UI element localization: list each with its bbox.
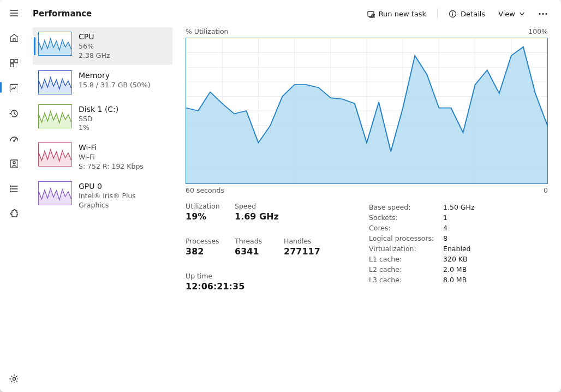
- spec-value: 8.0 MB: [443, 276, 467, 284]
- list-icon: [9, 183, 18, 193]
- nav-details[interactable]: [2, 177, 24, 199]
- nav-performance[interactable]: [2, 76, 24, 98]
- spec-value: 1.50 GHz: [443, 203, 474, 211]
- resource-thumb: [38, 142, 72, 167]
- spec-row: L2 cache:2.0 MB: [369, 264, 548, 275]
- view-button[interactable]: View: [494, 7, 529, 21]
- run-task-label: Run new task: [379, 10, 426, 18]
- performance-icon: [9, 83, 18, 92]
- puzzle-icon: [9, 209, 18, 218]
- chart-ymax: 100%: [528, 27, 548, 35]
- gear-icon: [9, 373, 18, 383]
- spec-row: Logical processors:8: [369, 233, 548, 243]
- spec-key: Base speed:: [369, 203, 443, 211]
- gauge-icon: [9, 133, 18, 142]
- resource-name: CPU: [79, 32, 110, 42]
- resource-line2: 2.38 GHz: [79, 51, 110, 61]
- resource-line2: S: 752 R: 192 Kbps: [79, 162, 144, 171]
- resource-line1: 15.8 / 31.7 GB (50%): [79, 81, 151, 90]
- stats-row: Utilization 19% Speed 1.69 GHz Processes…: [186, 202, 548, 292]
- resource-card-disk-1-c-[interactable]: Disk 1 (C:)SSD1%: [33, 100, 172, 138]
- resource-card-text: Disk 1 (C:)SSD1%: [79, 104, 118, 133]
- resource-card-wi-fi[interactable]: Wi-FiWi-FiS: 752 R: 192 Kbps: [33, 138, 172, 176]
- spec-key: Sockets:: [369, 213, 443, 222]
- chart-footer: 60 seconds 0: [186, 184, 548, 202]
- resource-card-text: Memory15.8 / 31.7 GB (50%): [79, 70, 151, 94]
- resource-name: Memory: [79, 70, 151, 81]
- performance-panel: % Utilization 100% 60 seconds 0 Utilizat…: [186, 27, 548, 381]
- spec-key: L3 cache:: [369, 276, 443, 284]
- nav-settings[interactable]: [2, 367, 24, 389]
- svg-point-7: [13, 377, 15, 380]
- resource-line1: SSD: [79, 115, 118, 124]
- info-icon: [449, 10, 457, 18]
- spec-value: 8: [443, 234, 447, 242]
- svg-rect-0: [10, 84, 18, 92]
- spec-list: Base speed:1.50 GHzSockets:1Cores:4Logic…: [369, 202, 548, 292]
- spec-key: L1 cache:: [369, 255, 443, 263]
- divider: [437, 8, 438, 19]
- run-new-task-button[interactable]: Run new task: [362, 7, 431, 21]
- more-button[interactable]: [534, 5, 552, 22]
- home-icon: [9, 33, 18, 42]
- spec-value: 1: [443, 213, 447, 222]
- stat-utilization: Utilization 19%: [186, 202, 235, 222]
- svg-point-3: [13, 162, 15, 164]
- details-button[interactable]: Details: [444, 7, 490, 21]
- more-icon: [538, 10, 548, 18]
- nav-users[interactable]: [2, 152, 24, 174]
- content: CPU56%2.38 GHzMemory15.8 / 31.7 GB (50%)…: [26, 27, 561, 392]
- user-icon: [9, 158, 18, 168]
- nav-home[interactable]: [2, 26, 24, 48]
- spec-row: Sockets:1: [369, 212, 548, 223]
- menu-button[interactable]: [2, 1, 24, 23]
- resource-card-text: Wi-FiWi-FiS: 752 R: 192 Kbps: [79, 142, 144, 171]
- resource-line1: 56%: [79, 42, 110, 51]
- chevron-down-icon: [519, 11, 525, 17]
- resource-name: Wi-Fi: [79, 142, 144, 153]
- spec-row: Cores:4: [369, 223, 548, 233]
- details-label: Details: [461, 10, 485, 18]
- stats-left: Utilization 19% Speed 1.69 GHz Processes…: [186, 202, 344, 292]
- nav-processes[interactable]: [2, 51, 24, 73]
- run-task-icon: [367, 10, 375, 18]
- stat-handles: Handles 277117: [284, 237, 333, 257]
- spec-row: L1 cache:320 KB: [369, 254, 548, 264]
- svg-point-4: [10, 186, 11, 187]
- resource-card-gpu-0[interactable]: GPU 0Intel® Iris® Plus Graphics: [33, 177, 172, 215]
- history-icon: [9, 108, 18, 117]
- spec-row: Virtualization:Enabled: [369, 243, 548, 254]
- resource-card-text: CPU56%2.38 GHz: [79, 32, 110, 61]
- resource-card-cpu[interactable]: CPU56%2.38 GHz: [33, 27, 172, 65]
- spec-value: Enabled: [443, 245, 471, 253]
- spec-value: 320 KB: [443, 255, 468, 263]
- nav-startup[interactable]: [2, 127, 24, 149]
- resource-line1: Intel® Iris® Plus Graphics: [79, 192, 166, 210]
- page-title: Performance: [32, 9, 92, 19]
- nav-history[interactable]: [2, 102, 24, 123]
- spec-row: L3 cache:8.0 MB: [369, 275, 548, 285]
- resource-list: CPU56%2.38 GHzMemory15.8 / 31.7 GB (50%)…: [33, 27, 172, 381]
- menu-icon: [9, 8, 18, 17]
- stat-speed: Speed 1.69 GHz: [235, 202, 284, 222]
- stat-processes: Processes 382: [186, 237, 235, 257]
- spec-value: 4: [443, 224, 447, 232]
- resource-line2: 1%: [79, 123, 118, 133]
- stat-threads: Threads 6341: [235, 237, 284, 257]
- resource-thumb: [38, 32, 72, 56]
- app-window: Performance Run new task Details View CP…: [0, 0, 561, 392]
- chart-xlabel-left: 60 seconds: [186, 186, 224, 194]
- spec-key: Logical processors:: [369, 234, 443, 242]
- resource-thumb: [38, 104, 72, 128]
- main-area: Performance Run new task Details View CP…: [26, 0, 561, 392]
- resource-card-memory[interactable]: Memory15.8 / 31.7 GB (50%): [33, 66, 172, 99]
- spec-key: L2 cache:: [369, 265, 443, 274]
- nav-rail: [0, 0, 26, 392]
- resource-name: GPU 0: [79, 181, 166, 192]
- svg-point-11: [539, 13, 540, 14]
- nav-services[interactable]: [2, 202, 24, 224]
- svg-point-13: [546, 13, 547, 14]
- svg-point-6: [10, 191, 11, 192]
- chart-svg: [186, 38, 547, 183]
- header: Performance Run new task Details View: [26, 0, 561, 27]
